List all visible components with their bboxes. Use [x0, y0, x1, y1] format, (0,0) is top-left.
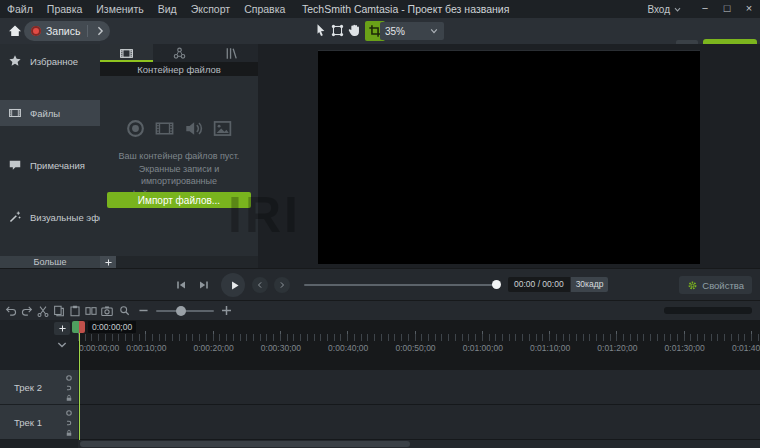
collapse-tracks-icon[interactable] — [55, 338, 69, 352]
selection-end-handle[interactable] — [79, 321, 85, 333]
sidebar-item-star[interactable]: Избранное — [0, 48, 100, 74]
scrubber-track[interactable] — [304, 284, 500, 286]
timeline-scrollbar-thumb[interactable] — [80, 441, 410, 447]
add-tool-button[interactable] — [100, 256, 116, 268]
preview-canvas[interactable] — [318, 50, 700, 264]
panel-bottom-strip — [116, 256, 258, 268]
timeline-miniscrollbar[interactable] — [664, 307, 752, 314]
record-label: Запись — [46, 25, 80, 37]
timeline-tracks: Трек 2Трек 1 — [0, 356, 760, 440]
track-eye-icon[interactable] — [65, 409, 73, 417]
home-icon[interactable] — [7, 23, 23, 39]
more-label: Больше — [34, 257, 67, 267]
sidebar-item-callout[interactable]: Примечания — [0, 152, 100, 178]
scrubber-handle[interactable] — [492, 280, 501, 289]
play-button[interactable] — [221, 273, 245, 297]
track-link-icon[interactable] — [65, 384, 73, 392]
track-link-icon[interactable] — [65, 419, 73, 427]
previous-clip-button[interactable] — [252, 277, 268, 293]
media-bin-title: Контейнер файлов — [137, 64, 221, 75]
timeline-horizontal-scrollbar[interactable] — [0, 440, 760, 448]
playhead-marker[interactable] — [72, 321, 85, 333]
callout-icon — [8, 158, 22, 172]
timeline-zoom-slider[interactable] — [156, 310, 214, 312]
ruler-label: 0:01:00;00 — [463, 343, 503, 353]
edit-cursor-tool-icon[interactable] — [312, 22, 329, 39]
audio-speaker-icon — [183, 118, 204, 139]
media-type-icons — [100, 118, 258, 139]
ruler-label: 0:01:10;00 — [530, 343, 570, 353]
video-filmstrip-icon — [154, 118, 175, 139]
import-files-label: Импорт файлов... — [138, 195, 220, 206]
import-files-button[interactable]: Импорт файлов... — [107, 192, 251, 208]
menu-item-4[interactable]: Экспорт — [184, 0, 237, 18]
media-bin-header: Контейнер файлов — [100, 62, 258, 76]
selection-start-handle[interactable] — [72, 321, 79, 333]
cut-scissors-icon[interactable] — [36, 304, 50, 318]
sidebar-more-button[interactable]: Больше — [0, 256, 100, 268]
pan-hand-tool-icon[interactable] — [346, 22, 363, 39]
sidebar-item-wand[interactable]: Визуальные эффекты — [0, 204, 100, 230]
ruler-minor-ticks — [78, 334, 760, 341]
canvas-zoom-dropdown[interactable]: 35% — [380, 22, 444, 40]
recording-icon — [125, 118, 146, 139]
plus-icon — [104, 258, 113, 267]
paste-icon[interactable] — [68, 304, 82, 318]
time-readout: 00:00 / 00:00 30кадр — [508, 277, 608, 292]
ruler-label: 0:01:40;00 — [732, 343, 760, 353]
step-forward-icon[interactable] — [196, 277, 212, 293]
track-header[interactable]: Трек 1 — [0, 405, 78, 440]
tab-media-bin[interactable] — [100, 44, 153, 62]
step-back-icon[interactable] — [173, 277, 189, 293]
ruler-label: 0:00:00;00 — [79, 343, 119, 353]
menu-item-0[interactable]: Файл — [0, 0, 40, 18]
timeline-zoom-thumb[interactable] — [176, 306, 186, 316]
menu-item-5[interactable]: Справка — [237, 0, 292, 18]
window-title: TechSmith Camtasia - Проект без названия — [302, 0, 509, 18]
empty-text-line: Ваш контейнер файлов пуст. — [100, 150, 258, 163]
ruler-label: 0:00:50;00 — [395, 343, 435, 353]
chevron-right-icon — [277, 280, 287, 290]
close-button[interactable]: × — [738, 0, 760, 18]
split-icon[interactable] — [84, 304, 98, 318]
image-icon — [212, 118, 233, 139]
properties-button[interactable]: Свойства — [679, 276, 752, 294]
chevron-right-icon[interactable] — [93, 24, 107, 38]
next-clip-button[interactable] — [274, 277, 290, 293]
ruler-label: 0:00:40;00 — [328, 343, 368, 353]
track-lane[interactable] — [78, 405, 760, 440]
sidebar-item-label: Примечания — [30, 160, 85, 171]
redo-icon[interactable] — [20, 304, 34, 318]
maximize-button[interactable]: □ — [716, 0, 738, 18]
menu-item-2[interactable]: Изменить — [89, 0, 150, 18]
chevron-left-icon — [255, 280, 265, 290]
track-name: Трек 2 — [14, 382, 42, 393]
sidebar-item-media[interactable]: Файлы — [0, 100, 100, 126]
track-lane[interactable] — [78, 370, 760, 405]
framerate-badge[interactable]: 30кадр — [571, 277, 609, 292]
add-track-button[interactable] — [54, 322, 70, 335]
sign-in-button[interactable]: Вход — [647, 0, 682, 18]
media-bin-panel: Контейнер файлов Ваш контейнер файлов пу… — [100, 44, 258, 256]
tab-effects[interactable] — [153, 44, 206, 62]
track-header[interactable]: Трек 2 — [0, 370, 78, 405]
menu-item-3[interactable]: Вид — [151, 0, 184, 18]
molecule-icon — [172, 46, 187, 61]
menu-item-1[interactable]: Правка — [40, 0, 89, 18]
transform-tool-icon[interactable] — [329, 22, 346, 39]
track-eye-icon[interactable] — [65, 374, 73, 382]
playhead-line[interactable] — [79, 333, 80, 440]
timeline-toolbar — [0, 300, 760, 320]
tab-library[interactable] — [205, 44, 258, 62]
undo-icon[interactable] — [4, 304, 18, 318]
camera-icon[interactable] — [100, 304, 114, 318]
copy-icon[interactable] — [52, 304, 66, 318]
tools-sidebar: ИзбранноеФайлыПримечанияВизуальные эффек… — [0, 44, 100, 256]
track-lock-icon[interactable] — [65, 394, 73, 402]
track-lock-icon[interactable] — [65, 429, 73, 437]
minimize-button[interactable]: − — [694, 0, 716, 18]
magnifier-icon[interactable] — [118, 304, 131, 317]
zoom-in-plus-icon[interactable] — [220, 304, 233, 317]
record-button[interactable]: Запись — [24, 21, 110, 41]
zoom-out-minus-icon[interactable] — [137, 304, 150, 317]
